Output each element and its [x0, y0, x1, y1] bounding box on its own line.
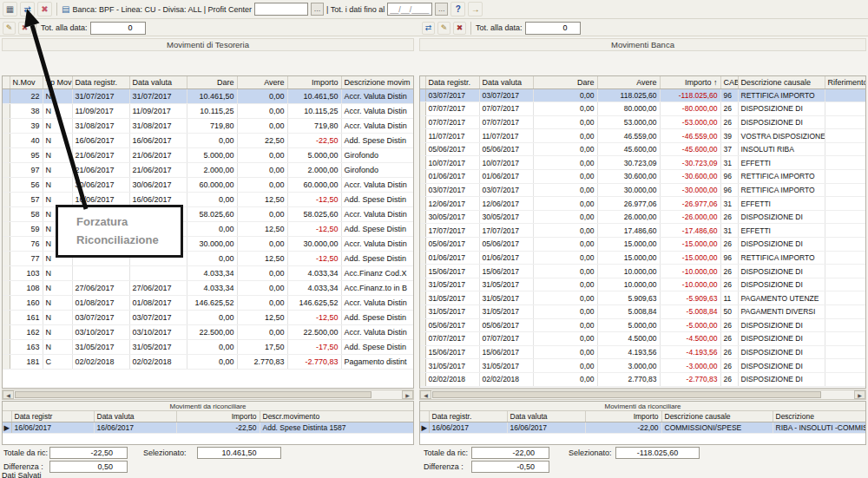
cell: Add. Spese Distin	[341, 133, 414, 147]
column-header[interactable]: Data valuta	[507, 411, 585, 422]
reconcile-title: Movimenti da riconciliare	[420, 402, 865, 411]
column-header[interactable]: Descrizione causale	[661, 411, 773, 422]
column-header[interactable]: Data registr.	[425, 76, 479, 88]
totale-label: Totale da ric:	[424, 449, 468, 457]
table-row[interactable]: 07/07/201707/07/20170,0080.000,00-80.000…	[420, 102, 866, 116]
table-row[interactable]: 108N27/06/201727/06/20174.033,340,004.03…	[3, 280, 414, 295]
date-lookup-button[interactable]: …	[435, 3, 448, 16]
table-row[interactable]: 103N4.033,340,004.033,34Acc.Finanz Cod.X	[3, 265, 414, 280]
table-row[interactable]: 17/07/201717/07/20170,0017.486,60-17.486…	[420, 224, 866, 238]
scroll-track[interactable]	[431, 390, 854, 399]
column-header[interactable]: Riferimento	[825, 76, 866, 88]
column-header[interactable]: Descrizione movim	[341, 76, 414, 88]
cell: 0,00	[533, 142, 597, 156]
cell: 26	[720, 238, 738, 252]
help-button[interactable]: ?	[450, 2, 465, 16]
table-row[interactable]: 56N30/06/201730/06/201760.000,000,0060.0…	[3, 177, 414, 192]
column-header[interactable]: Importo ↑	[660, 76, 720, 88]
differenza-label: Differenza :	[424, 462, 464, 471]
column-header[interactable]: Dare	[187, 76, 237, 88]
scroll-thumb[interactable]	[432, 391, 821, 398]
table-row[interactable]: 40N16/06/201716/06/20170,0022,50-22,50Ad…	[3, 133, 414, 147]
table-row[interactable]: 161N03/07/201703/07/20170,0012,50-12,50A…	[3, 310, 414, 324]
table-row[interactable]: 07/07/201707/07/20170,004.500,00-4.500,0…	[420, 332, 866, 346]
column-header[interactable]: Data valuta	[129, 76, 187, 88]
erase-button[interactable]: ✖	[18, 22, 31, 35]
column-header[interactable]: Descrizione	[773, 411, 866, 422]
table-row[interactable]: 162N03/10/201703/10/201722.500,000,0022.…	[3, 324, 414, 339]
cell: 12/06/2017	[479, 197, 533, 211]
scroll-thumb[interactable]	[15, 391, 372, 398]
table-row[interactable]: 12/06/201712/06/20170,0026.977,06-26.977…	[420, 197, 866, 211]
table-row[interactable]: 97N21/06/201721/06/20172.000,000,002.000…	[3, 162, 414, 177]
column-header[interactable]: Importo	[287, 76, 341, 88]
table-row[interactable]: 163N31/05/201731/05/20170,0017,50-17,50A…	[3, 339, 414, 354]
table-row[interactable]: 01/06/201701/06/20170,0015.000,00-15.000…	[420, 251, 866, 265]
column-header[interactable]: CABI	[720, 76, 738, 88]
scroll-left-button[interactable]: ◀	[420, 390, 431, 399]
cell: 17.486,60	[597, 224, 660, 238]
table-row[interactable]: 05/06/201705/06/20170,0015.000,00-15.000…	[420, 238, 866, 252]
profit-center-input[interactable]	[254, 3, 308, 16]
edit-button[interactable]: ✎	[3, 22, 16, 35]
table-row[interactable]: 31/05/201731/05/20170,005.008,84-5.008,8…	[420, 305, 866, 319]
table-row[interactable]: 01/06/201701/06/20170,0030.600,00-30.600…	[420, 170, 866, 184]
cell: 16/06/2017	[429, 422, 507, 434]
column-header[interactable]: Data valuta	[94, 411, 176, 422]
edit-bank-button[interactable]: ✎	[437, 22, 450, 35]
column-header[interactable]: Descrizione causale	[738, 76, 825, 88]
table-row[interactable]: 03/07/201703/07/20170,0030.000,00-30.000…	[420, 183, 866, 197]
column-header[interactable]: N.Mov	[10, 76, 43, 88]
scroll-track[interactable]	[14, 390, 402, 399]
scroll-right-button[interactable]: ▶	[854, 390, 865, 399]
date-filter-input[interactable]	[387, 3, 432, 16]
table-row[interactable]: 30/05/201730/05/20170,0026.000,00-26.000…	[420, 210, 866, 224]
table-row[interactable]: 05/06/201705/06/20170,0045.600,00-45.600…	[420, 142, 866, 156]
scroll-left-button[interactable]: ◀	[3, 390, 14, 399]
table-row[interactable]: 31/05/201731/05/20170,005.909,63-5.909,6…	[420, 291, 866, 305]
profit-center-lookup-button[interactable]: …	[311, 3, 324, 16]
bank-horizontal-scrollbar[interactable]: ◀ ▶	[419, 390, 866, 400]
table-row[interactable]: 38N11/09/201711/09/201710.115,250,0010.1…	[3, 103, 414, 118]
scroll-right-button[interactable]: ▶	[402, 390, 413, 399]
cell: 719,80	[187, 118, 237, 133]
column-header[interactable]: Data valuta	[479, 76, 533, 88]
column-header[interactable]: Avere	[597, 76, 660, 88]
table-row[interactable]: 02/02/201802/02/20180,002.770,83-2.770,8…	[420, 372, 866, 386]
table-row[interactable]: 10/07/201710/07/20170,0030.723,09-30.723…	[420, 156, 866, 170]
treasury-horizontal-scrollbar[interactable]: ◀ ▶	[2, 390, 414, 400]
table-row[interactable]: 95N21/06/201721/06/20175.000,000,005.000…	[3, 147, 414, 162]
force-reconciliation-button[interactable]: ⇄	[20, 2, 35, 16]
table-row[interactable]: ▶16/06/201716/06/2017-22,00COMMISSIONI/S…	[420, 422, 866, 434]
column-header[interactable]: Importo	[176, 411, 260, 422]
treasury-tot-input[interactable]	[90, 22, 146, 35]
column-header[interactable]: Descr.movimento	[260, 411, 414, 422]
table-row[interactable]: 15/06/201715/06/20170,0010.000,00-10.000…	[420, 265, 866, 278]
column-header[interactable]: Data registr	[11, 411, 94, 422]
grid-view-button[interactable]: ▦	[3, 2, 17, 16]
clear-button[interactable]: ✖	[37, 2, 52, 16]
column-header[interactable]: Avere	[237, 76, 287, 88]
column-header[interactable]: Dare	[533, 76, 597, 88]
column-header[interactable]: Data registr.	[429, 411, 507, 422]
table-row[interactable]: 160N01/08/201701/08/2017146.625,520,0014…	[3, 295, 414, 310]
match-movements-button[interactable]: ⇄	[422, 22, 435, 35]
exit-button[interactable]: →	[468, 2, 483, 16]
table-row[interactable]: ▶16/06/201716/06/2017-22,50Add. Spese Di…	[3, 422, 414, 434]
remove-button[interactable]: ✖	[453, 22, 466, 35]
column-header[interactable]: Importo	[585, 411, 661, 422]
table-row[interactable]: 15/06/201715/06/20170,004.193,56-4.193,5…	[420, 345, 866, 359]
table-row[interactable]: 05/06/201705/06/20170,005.000,00-5.000,0…	[420, 318, 866, 332]
table-row[interactable]: 31/05/201731/05/20170,0010.000,00-10.000…	[420, 278, 866, 291]
table-row[interactable]: 31/05/201731/05/20170,003.000,00-3.000,0…	[420, 359, 866, 373]
table-row[interactable]: 39N31/08/201731/08/2017719,800,00719,80A…	[3, 118, 414, 133]
bank-tot-input[interactable]	[525, 22, 581, 35]
table-row[interactable]: 07/07/201707/07/20170,0053.000,00-53.000…	[420, 115, 866, 129]
cell: 10.115,25	[287, 103, 341, 118]
column-header[interactable]: Data registr.	[72, 76, 129, 88]
column-header[interactable]: Tp Mov	[43, 76, 72, 88]
table-row[interactable]: 11/07/201711/07/20170,0046.559,00-46.559…	[420, 129, 866, 143]
table-row[interactable]: 181C02/02/201802/02/20180,002.770,83-2.7…	[3, 354, 414, 369]
table-row[interactable]: 22N31/07/201731/07/201710.461,500,0010.4…	[3, 88, 414, 103]
table-row[interactable]: 03/07/201703/07/20170,00118.025,60-118.0…	[420, 88, 866, 102]
